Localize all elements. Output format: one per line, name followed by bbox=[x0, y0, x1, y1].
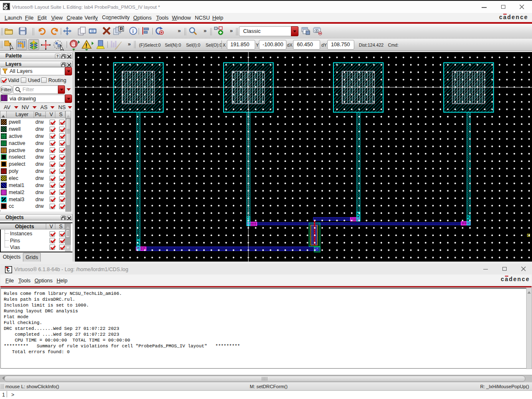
svg-text:R: R bbox=[120, 26, 123, 31]
svg-text:!: ! bbox=[85, 42, 87, 49]
svg-text:C: C bbox=[7, 267, 10, 273]
